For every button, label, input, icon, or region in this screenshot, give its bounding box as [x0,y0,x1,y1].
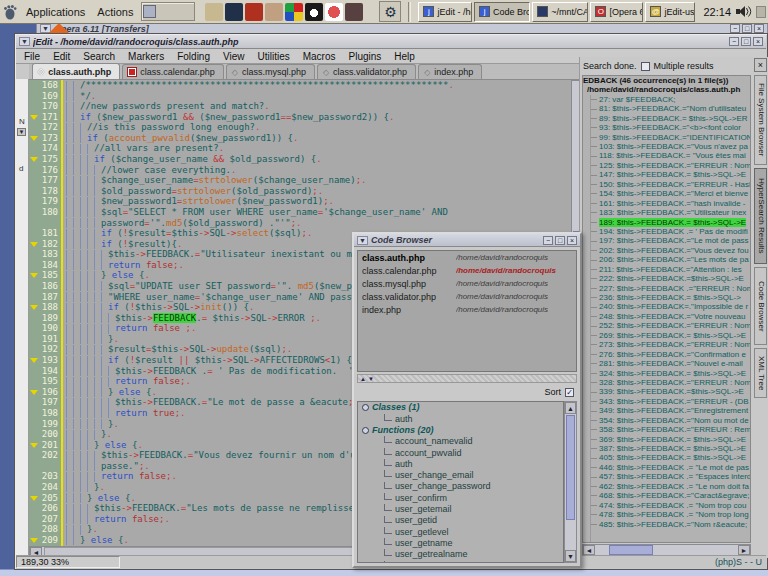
buffer-tab[interactable]: ◇class.auth.php [32,63,120,79]
search-result-item[interactable]: 240: $this->FEEDBACK=."Impossible de r [583,303,750,312]
code-line[interactable]: 177$change_user_name=strtolower($change_… [29,175,571,186]
search-result-item[interactable]: 236: $this->FEEDBACK.= $this->SQL-> [583,293,750,302]
code-line[interactable]: 179$new_password1=strtolower($new_passwo… [29,196,571,207]
search-result-item[interactable]: 93: $this->FEEDBACK.="<b><font color [583,123,750,132]
code-line[interactable]: 169*/. [29,91,571,102]
search-result-item[interactable]: 103: $this->FEEDBACK.="Vous n'avez pa [583,142,750,151]
search-result-item[interactable]: 147: $this->FEEDBACK.= $this->SQL->E [583,170,750,179]
close-button[interactable]: × [754,24,764,33]
scroll-down-arrow[interactable]: ▼ [565,550,576,562]
tasklist-applet[interactable] [141,2,195,21]
tree-vertical-scrollbar[interactable]: ▲ ▼ [564,401,577,563]
search-result-item[interactable]: 446: $this->FEEDBACK .= "Le mot de pas [583,463,750,472]
scrollbar-thumb[interactable] [566,415,575,520]
speaker-icon[interactable] [735,4,752,19]
tree-leaf[interactable]: auth [358,414,563,425]
code-browser-file-list[interactable]: class.auth.php/home/david/randocroquiscl… [357,250,577,372]
code-line[interactable]: 175if ($change_user_name && $old_passwor… [29,154,571,165]
shade-button[interactable]: ▼ [357,236,368,245]
fold-arrow-icon[interactable] [30,273,38,278]
search-result-item[interactable]: 474: $this->FEEDBACK .= "Nom trop cou [583,501,750,510]
search-result-item[interactable]: 222: $this->FEEDBACK.=$this->SQL->E [583,274,750,283]
taskbar-button[interactable]: jCode Browser [474,2,530,22]
mozilla-icon[interactable] [345,3,363,21]
shade-button[interactable]: ▼ [19,37,30,46]
code-line[interactable]: 173if (account_pwvalid($new_password1)) … [29,133,571,144]
fold-arrow-icon[interactable] [30,443,38,448]
buffer-tab[interactable]: class.calendar.php [122,64,224,79]
tree-leaf[interactable]: account_pwvalid [358,448,563,459]
screenshot-gear-icon[interactable]: ⚙ [379,1,401,22]
search-result-item[interactable]: 252: $this->FEEDBACK.="ERREUR : Nom [583,321,750,330]
menu-folding[interactable]: Folding [177,51,210,62]
tree-leaf[interactable]: user_getemail [358,504,563,515]
search-result-item[interactable]: 468: $this->FEEDBACK.="Caract&egrave; [583,491,750,500]
code-line[interactable]: 174//all vars are present?. [29,143,571,154]
search-result-item[interactable]: 118: $this->FEEDBACK.= "Vous êtes mai [583,152,750,161]
search-result-item[interactable]: 206: $this->FEEDBACK.="Les mots de pa [583,255,750,264]
dock-tab-xml-tree[interactable]: XML Tree [754,348,767,398]
code-browser-file-row[interactable]: class.auth.php/home/david/randocroquis [358,251,576,264]
search-result-item[interactable]: 457: $this->FEEDBACK .= "Espaces interd [583,472,750,481]
jedit-titlebar[interactable]: ▼ jEdit - /home/david/randocroquis/class… [16,35,766,49]
search-result-item[interactable]: 211: $this->FEEDBACK.="Attention : les [583,265,750,274]
tree-leaf[interactable]: user_getrealname [358,549,563,560]
code-line[interactable]: password='".md5($old_password) ."'";. [29,218,571,229]
search-result-item[interactable]: 189: $this->FEEDBACK.= $this->SQL->E [583,218,750,227]
search-result-item[interactable]: 194: $this->FEEDBACK .= ' Pas de modifi [583,227,750,236]
taskbar-button[interactable]: jjEdit - /home/ [418,2,472,22]
fold-arrow-icon[interactable] [30,390,38,395]
code-line[interactable]: 168/************************************… [29,80,571,91]
search-result-item[interactable]: 202: $this->FEEDBACK.="Vous devez fou [583,246,750,255]
code-browser-file-row[interactable]: class.validator.php/home/david/randocroq… [358,290,576,303]
tree-handle-icon[interactable] [362,404,369,411]
search-result-item[interactable]: 485: $this->FEEDBACK.="Nom r&eacute; [583,520,750,529]
minimize-button[interactable]: − [730,24,740,33]
scroll-up-arrow[interactable]: ▲ [565,402,576,414]
tree-leaf[interactable]: user_getid [358,515,563,526]
monitor-icon[interactable] [225,3,243,21]
search-result-item[interactable]: 273: $this->FEEDBACK.="ERREUR : Nom [583,340,750,349]
claw-icon[interactable] [265,3,283,21]
tree-handle-icon[interactable] [362,427,369,434]
code-line[interactable]: 171if ($new_password1 && ($new_password1… [29,112,571,123]
search-result-item[interactable]: 197: $this->FEEDBACK.="Le mot de pass [583,236,750,245]
menu-markers[interactable]: Markers [128,51,164,62]
menu-macros[interactable]: Macros [303,51,336,62]
search-result-item[interactable]: 387: $this->FEEDBACK.= $this->SQL->E [583,444,750,453]
tree-branch[interactable]: Functions (20) [358,425,563,437]
scroll-left-arrow[interactable]: ◄ [583,545,595,555]
buffer-tab[interactable]: ◇class.validator.php [317,64,416,79]
actions-menu[interactable]: Actions [93,6,137,18]
dock-tab-code-browser[interactable]: Code Browser [754,267,767,345]
minimize-button[interactable]: − [729,37,739,46]
search-result-item[interactable]: 339: $this->FEEDBACK.=$this->SQL->E [583,387,750,396]
code-browser-tree[interactable]: Classes (1)authFunctions (20)account_nam… [357,401,564,563]
search-result-item[interactable]: 99: $this->FEEDBACK.="IDENTIFICATION [583,133,750,142]
search-file-node[interactable]: /home/david/randocroquis/class.auth.ph [583,85,750,94]
maximize-button[interactable]: □ [555,236,565,245]
tree-leaf[interactable]: user_change_password [358,481,563,492]
menu-edit[interactable]: Edit [53,51,70,62]
fold-arrow-icon[interactable] [30,136,38,141]
tree-leaf[interactable]: auth [358,459,563,470]
menu-utilities[interactable]: Utilities [257,51,289,62]
search-result-item[interactable]: 276: $this->FEEDBACK.="Confirmation e [583,350,750,359]
splitter-up-icon[interactable]: ▲ [360,376,366,382]
fold-arrow-icon[interactable] [30,242,38,247]
penguin-icon[interactable] [305,3,323,21]
splitter-handle[interactable]: ▲ ▼ [357,374,577,383]
home-icon[interactable] [205,3,223,21]
fold-arrow-icon[interactable] [30,538,38,543]
fold-arrow-icon[interactable] [30,305,38,310]
search-result-item[interactable]: 81: $this->FEEDBACK.="Nom d'utilisateu [583,104,750,113]
scroll-right-arrow[interactable]: ► [738,545,750,555]
tree-branch[interactable]: Classes (1) [358,402,563,414]
fold-arrow-icon[interactable] [30,157,38,162]
tree-leaf[interactable]: user_getname [358,538,563,549]
search-result-item[interactable]: 154: $this->FEEDBACK.="Merci et bienve [583,189,750,198]
tree-leaf[interactable]: user_getlevel [358,527,563,538]
dock-tab-file-system-browser[interactable]: File System Browser [754,75,767,165]
dock-tab-hypersearch-results[interactable]: HyperSearch Results [754,168,767,264]
code-browser-file-row[interactable]: class.mysql.php/home/david/randocroquis [358,277,576,290]
